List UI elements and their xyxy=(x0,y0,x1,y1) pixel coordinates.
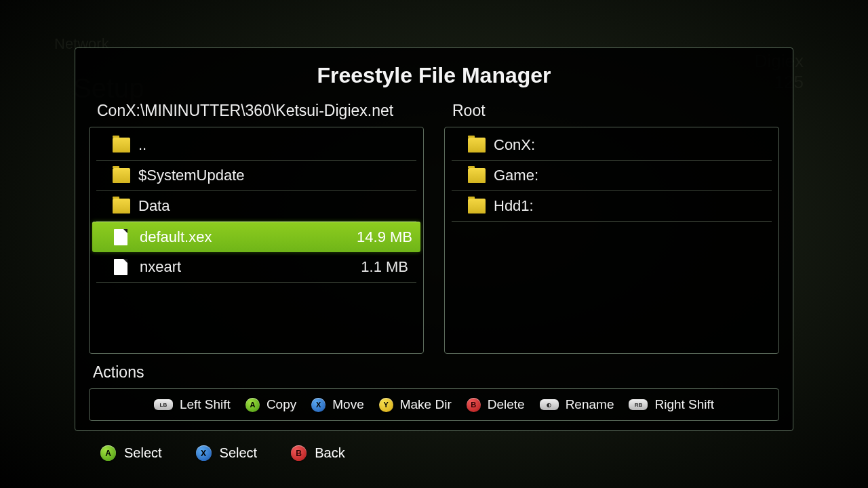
folder-row[interactable]: $SystemUpdate xyxy=(96,161,416,191)
rb-icon: RB xyxy=(629,399,648,410)
file-row[interactable]: nxeart1.1 MB xyxy=(96,252,416,283)
action-copy-label: Copy xyxy=(267,397,296,412)
file-icon xyxy=(114,259,127,275)
action-make-dir[interactable]: Y Make Dir xyxy=(379,397,452,412)
actions-bar: LB Left Shift A Copy X Move Y Make Dir B… xyxy=(89,388,779,421)
action-make-dir-label: Make Dir xyxy=(400,397,452,412)
folder-icon xyxy=(113,199,130,214)
action-delete[interactable]: B Delete xyxy=(467,397,525,412)
right-panel[interactable]: ConX:Game:Hdd1: xyxy=(444,127,779,354)
file-icon xyxy=(114,229,127,245)
action-left-shift-label: Left Shift xyxy=(180,397,231,412)
action-move-label: Move xyxy=(332,397,363,412)
action-copy[interactable]: A Copy xyxy=(245,397,296,412)
footer-select-a-label: Select xyxy=(124,445,162,461)
folder-row[interactable]: Data xyxy=(96,191,416,222)
folder-icon xyxy=(468,199,486,214)
action-rename-label: Rename xyxy=(566,397,614,412)
item-name: $SystemUpdate xyxy=(138,167,408,184)
footer-select-x-label: Select xyxy=(220,445,258,461)
action-move[interactable]: X Move xyxy=(311,397,363,412)
folder-icon xyxy=(113,168,130,183)
a-button-icon: A xyxy=(100,445,116,461)
item-name: nxeart xyxy=(140,258,361,276)
folder-row[interactable]: ConX: xyxy=(452,130,772,161)
item-name: Data xyxy=(138,197,408,215)
b-button-icon: B xyxy=(291,445,307,461)
item-name: Game: xyxy=(494,167,764,184)
right-panel-col: Root ConX:Game:Hdd1: xyxy=(444,102,779,354)
actions-label: Actions xyxy=(93,363,779,382)
file-manager-window: Freestyle File Manager ConX:\MININUTTER\… xyxy=(75,47,793,431)
left-panel[interactable]: ..$SystemUpdateDatadefault.xex14.9 MBnxe… xyxy=(89,127,424,354)
item-name: ConX: xyxy=(494,136,764,154)
item-size: 14.9 MB xyxy=(357,228,412,246)
folder-row[interactable]: Hdd1: xyxy=(452,191,772,222)
footer-select-a[interactable]: A Select xyxy=(100,445,162,461)
left-path: ConX:\MININUTTER\360\Ketsui-Digiex.net xyxy=(89,102,424,120)
action-left-shift[interactable]: LB Left Shift xyxy=(154,397,231,412)
footer-back-label: Back xyxy=(315,445,344,461)
right-path: Root xyxy=(444,102,779,120)
window-title: Freestyle File Manager xyxy=(89,63,779,88)
a-button-icon: A xyxy=(245,398,260,412)
action-rename[interactable]: ◐ Rename xyxy=(540,397,614,412)
action-right-shift-label: Right Shift xyxy=(654,397,714,412)
lb-icon: LB xyxy=(154,399,173,410)
folder-row[interactable]: .. xyxy=(96,130,416,161)
item-name: Hdd1: xyxy=(494,197,764,215)
folder-icon xyxy=(468,168,486,183)
action-delete-label: Delete xyxy=(488,397,525,412)
left-panel-col: ConX:\MININUTTER\360\Ketsui-Digiex.net .… xyxy=(89,102,424,354)
folder-icon xyxy=(113,138,130,152)
panels-container: ConX:\MININUTTER\360\Ketsui-Digiex.net .… xyxy=(89,102,779,354)
y-button-icon: Y xyxy=(379,398,393,412)
item-size: 1.1 MB xyxy=(361,258,408,276)
footer-hints: A Select X Select B Back xyxy=(100,445,345,461)
footer-select-x[interactable]: X Select xyxy=(196,445,258,461)
x-button-icon: X xyxy=(196,445,212,461)
item-name: default.xex xyxy=(140,228,357,246)
b-button-icon: B xyxy=(467,398,481,412)
file-row[interactable]: default.xex14.9 MB xyxy=(92,222,420,252)
x-button-icon: X xyxy=(311,398,326,412)
folder-row[interactable]: Game: xyxy=(452,161,772,191)
action-right-shift[interactable]: RB Right Shift xyxy=(629,397,714,412)
footer-back[interactable]: B Back xyxy=(291,445,344,461)
folder-icon xyxy=(468,138,486,152)
back-bumper-icon: ◐ xyxy=(540,399,559,410)
item-name: .. xyxy=(138,136,408,154)
